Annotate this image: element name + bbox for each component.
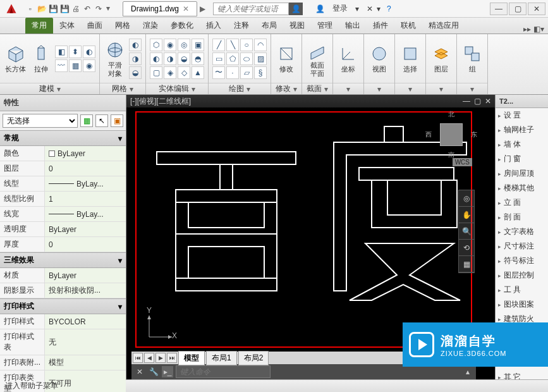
panel-dropdown-icon[interactable]: ▾ bbox=[192, 85, 195, 94]
se7-icon[interactable]: ◒ bbox=[178, 52, 190, 65]
layer-button[interactable]: 图层 bbox=[430, 42, 453, 74]
quick-select-icon[interactable]: ▦ bbox=[80, 114, 93, 127]
sweep-icon[interactable]: 〰 bbox=[55, 59, 68, 72]
right-item[interactable]: ▸轴网柱子 bbox=[496, 123, 548, 137]
revolve-icon[interactable]: ◐ bbox=[83, 46, 95, 58]
ribbon-play-icon[interactable]: ▸▸ bbox=[523, 25, 531, 34]
ribbon-tab-render[interactable]: 渲染 bbox=[137, 18, 164, 34]
vp-maximize-icon[interactable]: ▢ bbox=[474, 97, 481, 106]
panel-dropdown-icon[interactable]: ▾ bbox=[57, 85, 61, 94]
se6-icon[interactable]: ◑ bbox=[164, 52, 176, 65]
tab-nav-icon[interactable]: ▶ bbox=[200, 4, 205, 13]
layout-next-icon[interactable]: ▶ bbox=[155, 353, 166, 363]
se1-icon[interactable]: ⬡ bbox=[150, 39, 162, 51]
hatch-icon[interactable]: ▨ bbox=[254, 52, 267, 65]
qat-saveas-icon[interactable]: 💾 bbox=[59, 4, 70, 14]
layout-tab-2[interactable]: 布局2 bbox=[238, 351, 269, 365]
qat-redo-icon[interactable]: ↷ bbox=[94, 4, 104, 14]
panel-dropdown-icon[interactable]: ▾ bbox=[439, 85, 443, 94]
se12-icon[interactable]: ▲ bbox=[192, 66, 204, 79]
layout-tab-1[interactable]: 布局1 bbox=[206, 351, 237, 365]
ribbon-tab-common[interactable]: 常用 bbox=[25, 18, 53, 34]
compass-east[interactable]: 东 bbox=[471, 130, 477, 139]
exchange-icon[interactable]: ✕ bbox=[367, 4, 373, 13]
select-objects-icon[interactable]: ↖ bbox=[95, 114, 108, 127]
qat-dropdown-icon[interactable]: ▾ bbox=[106, 4, 110, 14]
line-icon[interactable]: ╱ bbox=[212, 39, 225, 51]
panel-dropdown-icon[interactable]: ▾ bbox=[470, 85, 474, 94]
compass-west[interactable]: 西 bbox=[425, 130, 432, 139]
right-item[interactable]: ▸墙 体 bbox=[496, 137, 548, 152]
ribbon-tab-view[interactable]: 视图 bbox=[283, 18, 311, 34]
se11-icon[interactable]: ◇ bbox=[178, 66, 190, 79]
compass-north[interactable]: 北 bbox=[448, 110, 454, 119]
se2-icon[interactable]: ◉ bbox=[164, 39, 176, 51]
canvas[interactable] bbox=[131, 107, 476, 352]
viewcube[interactable]: 北 南 西 东 bbox=[429, 113, 473, 157]
loft-icon[interactable]: ▦ bbox=[69, 59, 82, 72]
ribbon-tab-mesh[interactable]: 网格 bbox=[109, 18, 137, 34]
layout-last-icon[interactable]: ⏭ bbox=[167, 353, 177, 363]
layout-prev-icon[interactable]: ◀ bbox=[144, 353, 154, 363]
coords-button[interactable]: 坐标 bbox=[337, 42, 360, 74]
ribbon-tab-output[interactable]: 输出 bbox=[339, 18, 367, 34]
collapse-icon[interactable]: ▾ bbox=[118, 256, 122, 265]
ellipse-icon[interactable]: ⬭ bbox=[240, 52, 253, 65]
right-item[interactable]: ▸楼梯其他 bbox=[496, 181, 548, 195]
se8-icon[interactable]: ◓ bbox=[192, 52, 204, 65]
document-tab[interactable]: Drawing1.dwg ✕ bbox=[123, 1, 197, 16]
panel-dropdown-icon[interactable]: ▾ bbox=[130, 85, 133, 94]
ribbon-tab-surface[interactable]: 曲面 bbox=[81, 18, 109, 34]
ribbon-tab-layout[interactable]: 布局 bbox=[255, 18, 283, 34]
polysolid-icon[interactable]: ◧ bbox=[55, 46, 68, 58]
right-item[interactable]: ▸设 置 bbox=[496, 108, 548, 123]
spline-icon[interactable]: 〜 bbox=[212, 66, 225, 79]
prop-value[interactable]: 无 bbox=[44, 329, 126, 355]
search-input[interactable] bbox=[213, 3, 289, 15]
point-icon[interactable]: · bbox=[226, 66, 239, 79]
right-item[interactable]: ▸其 它 bbox=[496, 370, 548, 379]
select-button[interactable]: 选择 bbox=[399, 42, 422, 74]
viewport-label[interactable]: [-][俯视][二维线框] bbox=[130, 96, 191, 107]
qat-open-icon[interactable]: 📂 bbox=[37, 4, 47, 14]
prop-value[interactable]: ByLay... bbox=[44, 207, 126, 222]
command-config-icon[interactable]: 🔧 bbox=[148, 366, 159, 377]
command-close-icon[interactable]: ✕ bbox=[134, 366, 145, 377]
right-item[interactable]: ▸门 窗 bbox=[496, 152, 548, 166]
se4-icon[interactable]: ▣ bbox=[192, 39, 204, 51]
box-button[interactable]: 长方体 bbox=[4, 42, 27, 74]
pline-icon[interactable]: ╲ bbox=[226, 39, 239, 51]
prop-value[interactable]: 模型 bbox=[44, 355, 126, 371]
collapse-icon[interactable]: ▾ bbox=[118, 302, 122, 311]
helix-icon[interactable]: § bbox=[254, 66, 267, 79]
viewcube-face[interactable] bbox=[440, 123, 463, 146]
extrude-button[interactable]: 拉伸 bbox=[30, 42, 52, 74]
prop-value[interactable]: BYCOLOR bbox=[44, 314, 126, 329]
app-icon[interactable] bbox=[3, 1, 20, 16]
panel-dropdown-icon[interactable]: ▾ bbox=[346, 85, 350, 94]
mesh-tool1-icon[interactable]: ◐ bbox=[129, 39, 142, 51]
mesh-tool2-icon[interactable]: ◑ bbox=[129, 52, 142, 65]
se5-icon[interactable]: ◐ bbox=[150, 52, 162, 65]
section-plot-style[interactable]: 打印样式▾ bbox=[0, 298, 126, 314]
close-tab-icon[interactable]: ✕ bbox=[183, 4, 189, 13]
right-item[interactable]: ▸工 具 bbox=[496, 283, 548, 297]
vp-close-icon[interactable]: ✕ bbox=[485, 97, 491, 106]
ribbon-tab-featured[interactable]: 精选应用 bbox=[422, 18, 465, 34]
panel-dropdown-icon[interactable]: ▾ bbox=[324, 85, 328, 94]
se10-icon[interactable]: ◈ bbox=[164, 66, 176, 79]
ribbon-tab-solid[interactable]: 实体 bbox=[53, 18, 81, 34]
panel-dropdown-icon[interactable]: ▾ bbox=[247, 85, 250, 94]
group-button[interactable]: 组 bbox=[461, 42, 484, 74]
vp-minimize-icon[interactable]: — bbox=[463, 97, 470, 106]
nav-wheel-icon[interactable]: ◎ bbox=[459, 190, 474, 207]
prop-value[interactable]: ByLay... bbox=[44, 176, 126, 192]
circle-icon[interactable]: ○ bbox=[240, 39, 253, 51]
layout-first-icon[interactable]: ⏮ bbox=[133, 353, 143, 363]
section-3d-effect[interactable]: 三维效果▾ bbox=[0, 252, 126, 268]
panel-dropdown-icon[interactable]: ▾ bbox=[293, 85, 297, 94]
right-item[interactable]: ▸立 面 bbox=[496, 195, 548, 210]
right-item[interactable]: ▸图块图案 bbox=[496, 297, 548, 312]
right-item[interactable]: ▸尺寸标注 bbox=[496, 239, 548, 254]
prop-value[interactable]: 1 bbox=[44, 192, 126, 207]
